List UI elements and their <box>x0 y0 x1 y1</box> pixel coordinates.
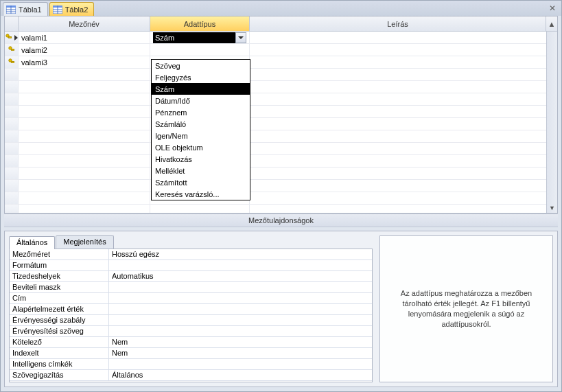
field-row[interactable]: valami2 <box>5 44 557 56</box>
fieldname-cell[interactable] <box>19 205 150 213</box>
property-row[interactable]: SzövegigazításÁltalános <box>10 370 372 381</box>
fieldname-cell[interactable] <box>19 118 150 130</box>
description-cell[interactable] <box>250 180 557 192</box>
description-cell[interactable] <box>250 205 557 213</box>
description-cell[interactable] <box>250 143 557 154</box>
description-cell[interactable] <box>250 118 557 130</box>
empty-field-row[interactable] <box>5 69 557 81</box>
description-cell[interactable] <box>250 44 557 56</box>
property-row[interactable]: Intelligens címkék <box>10 359 372 370</box>
datatype-option[interactable]: Szöveg <box>152 60 250 71</box>
empty-field-row[interactable] <box>5 81 557 93</box>
row-selector[interactable] <box>5 205 19 213</box>
property-value[interactable]: Általános <box>109 370 372 380</box>
object-tab-tabla1[interactable]: Tábla1 <box>3 2 48 16</box>
fieldname-cell[interactable] <box>19 81 150 93</box>
datatype-dropdown-list[interactable]: Szöveg Feljegyzés Szám Dátum/Idő Pénznem… <box>151 59 250 200</box>
description-cell[interactable] <box>250 130 557 142</box>
property-value[interactable] <box>109 304 372 314</box>
datatype-option[interactable]: OLE objektum <box>152 141 250 153</box>
datatype-option[interactable]: Számláló <box>152 118 250 130</box>
property-tab-general[interactable]: Általános <box>9 236 55 249</box>
datatype-option[interactable]: Keresés varázsló... <box>152 188 250 200</box>
empty-field-row[interactable] <box>5 180 557 192</box>
select-all-corner[interactable] <box>5 16 19 31</box>
property-value[interactable]: Automatikus <box>109 271 372 281</box>
fieldname-cell[interactable]: valami1 <box>19 32 150 43</box>
object-tab-tabla2[interactable]: Tábla2 <box>49 2 95 16</box>
row-selector[interactable] <box>5 32 19 43</box>
property-row[interactable]: IndexeltNem <box>10 348 372 359</box>
column-header-fieldname[interactable]: Mezőnév <box>19 16 150 31</box>
datatype-option[interactable]: Hivatkozás <box>152 153 250 165</box>
fieldname-cell[interactable] <box>19 192 150 204</box>
empty-field-row[interactable] <box>5 205 557 213</box>
vertical-scrollbar[interactable]: ▼ <box>546 32 557 213</box>
datatype-option[interactable]: Melléklet <box>152 165 250 176</box>
property-value[interactable]: Nem <box>109 337 372 347</box>
datatype-option[interactable]: Pénznem <box>152 106 250 118</box>
datatype-option[interactable]: Dátum/Idő <box>152 95 250 106</box>
description-cell[interactable] <box>250 168 557 179</box>
description-cell[interactable] <box>250 32 557 43</box>
fieldname-cell[interactable]: valami3 <box>19 56 150 68</box>
empty-field-row[interactable] <box>5 168 557 180</box>
close-tab-button[interactable]: ✕ <box>548 3 557 13</box>
row-selector[interactable] <box>5 168 19 179</box>
fieldname-cell[interactable] <box>19 106 150 117</box>
property-row[interactable]: KötelezőNem <box>10 337 372 348</box>
row-selector[interactable] <box>5 118 19 130</box>
fieldname-cell[interactable] <box>19 69 150 80</box>
empty-field-row[interactable] <box>5 143 557 155</box>
row-selector[interactable] <box>5 143 19 154</box>
property-value[interactable] <box>109 326 372 336</box>
property-value[interactable] <box>109 282 372 292</box>
field-row[interactable]: valami3 <box>5 56 557 69</box>
empty-field-row[interactable] <box>5 118 557 130</box>
fieldname-cell[interactable] <box>19 155 150 167</box>
property-row[interactable]: Érvényesítési szöveg <box>10 326 372 337</box>
property-value[interactable] <box>109 359 372 369</box>
row-selector[interactable] <box>5 44 19 56</box>
property-value[interactable] <box>109 293 372 303</box>
fieldname-cell[interactable] <box>19 130 150 142</box>
datatype-option[interactable]: Igen/Nem <box>152 130 250 141</box>
row-selector[interactable] <box>5 192 19 204</box>
property-row[interactable]: Érvényességi szabály <box>10 315 372 326</box>
description-cell[interactable] <box>250 106 557 117</box>
fieldname-cell[interactable] <box>19 93 150 105</box>
row-selector[interactable] <box>5 130 19 142</box>
property-row[interactable]: Alapértelmezett érték <box>10 304 372 315</box>
fieldname-cell[interactable] <box>19 168 150 179</box>
property-row[interactable]: Formátum <box>10 260 372 271</box>
property-value[interactable] <box>109 315 372 325</box>
datatype-cell[interactable] <box>150 44 250 56</box>
datatype-option[interactable]: Számított <box>152 176 250 188</box>
row-selector[interactable] <box>5 155 19 167</box>
description-cell[interactable] <box>250 155 557 167</box>
field-row[interactable]: valami1 Szám <box>5 32 557 44</box>
row-selector[interactable] <box>5 56 19 68</box>
empty-field-row[interactable] <box>5 130 557 143</box>
scroll-down-arrow-icon[interactable]: ▼ <box>549 203 555 213</box>
fieldname-cell[interactable] <box>19 180 150 192</box>
datatype-option[interactable]: Feljegyzés <box>152 71 250 83</box>
empty-field-row[interactable] <box>5 106 557 118</box>
row-selector[interactable] <box>5 93 19 105</box>
property-value[interactable]: Nem <box>109 348 372 358</box>
row-selector[interactable] <box>5 69 19 80</box>
description-cell[interactable] <box>250 56 557 68</box>
property-row[interactable]: TizedeshelyekAutomatikus <box>10 271 372 282</box>
empty-field-row[interactable] <box>5 93 557 106</box>
datatype-select[interactable]: Szám <box>153 32 246 43</box>
empty-field-row[interactable] <box>5 192 557 205</box>
property-value[interactable] <box>109 260 372 270</box>
property-row[interactable]: Beviteli maszk <box>10 282 372 293</box>
fieldname-cell[interactable]: valami2 <box>19 44 150 56</box>
column-header-datatype[interactable]: Adattípus <box>150 16 250 31</box>
row-selector[interactable] <box>5 81 19 93</box>
description-cell[interactable] <box>250 192 557 204</box>
property-value[interactable]: Hosszú egész <box>109 249 372 260</box>
row-selector[interactable] <box>5 180 19 192</box>
description-cell[interactable] <box>250 69 557 80</box>
